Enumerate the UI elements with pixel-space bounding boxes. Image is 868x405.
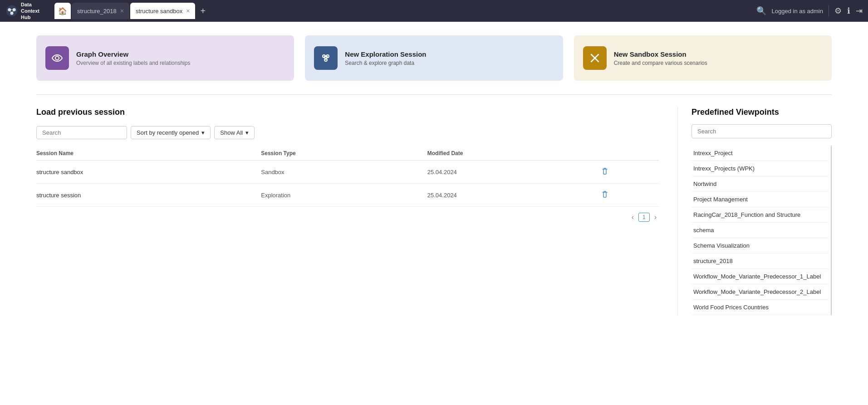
app-logo: DataContextHub: [5, 1, 51, 21]
prev-page-button[interactable]: ‹: [629, 212, 637, 222]
session-type-cell: Exploration: [261, 184, 427, 207]
session-date-cell: 25.04.2024: [427, 184, 598, 207]
viewpoint-item[interactable]: RacingCar_2018_Function and Structure: [691, 207, 829, 223]
viewpoint-item[interactable]: Intrexx_Projects (WPK): [691, 161, 829, 176]
graph-overview-text: Graph Overview Overview of all existing …: [76, 50, 190, 66]
sandbox-text: New Sandbox Session Create and compare v…: [614, 50, 707, 66]
session-actions-cell: [598, 184, 659, 207]
svg-point-7: [55, 56, 59, 60]
exploration-text: New Exploration Session Search & explore…: [345, 50, 426, 66]
sandbox-title: New Sandbox Session: [614, 50, 707, 58]
table-row[interactable]: structure sandbox Sandbox 25.04.2024: [36, 161, 659, 184]
session-controls: Sort by recently opened ▾ Show All ▾: [36, 126, 659, 139]
exploration-icon: [314, 46, 338, 70]
session-date-cell: 25.04.2024: [427, 161, 598, 184]
sessions-section-title: Load previous session: [36, 107, 659, 117]
tab-close-structure-sandbox[interactable]: ×: [186, 8, 190, 14]
col-session-type: Session Type: [261, 146, 427, 161]
graph-overview-title: Graph Overview: [76, 50, 190, 58]
show-all-label: Show All: [220, 129, 243, 136]
topbar-right: 🔍 Logged in as admin ⚙ ℹ ⇥: [756, 5, 863, 16]
topbar-divider: [829, 5, 829, 16]
session-name-cell: structure sandbox: [36, 161, 261, 184]
topbar: DataContextHub 🏠 structure_2018 × struct…: [0, 0, 868, 22]
card-graph-overview[interactable]: Graph Overview Overview of all existing …: [36, 35, 294, 81]
graph-overview-desc: Overview of all existing labels and rela…: [76, 60, 190, 66]
table-row[interactable]: structure session Exploration 25.04.2024: [36, 184, 659, 207]
home-icon: 🏠: [58, 7, 67, 15]
viewpoints-list: Intrexx_ProjectIntrexx_Projects (WPK)Nor…: [691, 146, 832, 315]
sandbox-icon: [583, 46, 607, 70]
exploration-title: New Exploration Session: [345, 50, 426, 58]
add-tab-button[interactable]: +: [196, 4, 210, 18]
card-sandbox[interactable]: New Sandbox Session Create and compare v…: [574, 35, 832, 81]
show-all-button[interactable]: Show All ▾: [214, 126, 255, 139]
info-icon[interactable]: ℹ: [847, 6, 850, 16]
pagination: ‹ 1 ›: [36, 212, 659, 222]
session-name-cell: structure session: [36, 184, 261, 207]
next-page-button[interactable]: ›: [652, 212, 659, 222]
session-type-cell: Sandbox: [261, 161, 427, 184]
viewpoint-item[interactable]: structure_2018: [691, 254, 829, 269]
show-all-chevron-icon: ▾: [245, 129, 249, 136]
session-actions-cell: [598, 161, 659, 184]
current-page[interactable]: 1: [638, 213, 650, 222]
session-search-input[interactable]: [36, 126, 127, 139]
tabs-area: 🏠 structure_2018 × structure sandbox × +: [54, 3, 753, 19]
viewpoint-item[interactable]: schema: [691, 223, 829, 238]
graph-overview-icon: [45, 46, 69, 70]
viewpoint-item[interactable]: Nortwind: [691, 176, 829, 192]
sort-chevron-icon: ▾: [201, 129, 205, 136]
viewpoint-item[interactable]: Project Management: [691, 192, 829, 207]
right-col: Predefined Viewpoints Intrexx_ProjectInt…: [677, 107, 832, 315]
session-table: Session Name Session Type Modified Date …: [36, 146, 659, 207]
main-content: Graph Overview Overview of all existing …: [0, 22, 868, 405]
logout-icon[interactable]: ⇥: [856, 6, 863, 16]
table-header-row: Session Name Session Type Modified Date: [36, 146, 659, 161]
tab-close-structure-2018[interactable]: ×: [120, 8, 124, 14]
viewpoints-section-title: Predefined Viewpoints: [691, 107, 832, 117]
viewpoint-item[interactable]: Intrexx_Project: [691, 146, 829, 161]
two-col-layout: Load previous session Sort by recently o…: [36, 107, 832, 315]
viewpoint-item[interactable]: World Food Prices Countries: [691, 300, 829, 315]
viewpoints-search-input[interactable]: [691, 124, 832, 138]
tab-label-structure-sandbox: structure sandbox: [136, 8, 182, 15]
sort-button[interactable]: Sort by recently opened ▾: [131, 126, 211, 139]
left-col: Load previous session Sort by recently o…: [36, 107, 659, 315]
col-modified-date: Modified Date: [427, 146, 598, 161]
exploration-desc: Search & explore graph data: [345, 60, 426, 66]
logged-in-text: Logged in as admin: [772, 8, 823, 15]
sort-label: Sort by recently opened: [137, 129, 199, 136]
sandbox-desc: Create and compare various scenarios: [614, 60, 707, 66]
tab-structure-2018[interactable]: structure_2018 ×: [72, 3, 129, 19]
search-icon[interactable]: 🔍: [756, 6, 766, 16]
section-divider: [36, 94, 832, 95]
delete-session-button[interactable]: [598, 166, 611, 178]
logo-icon: [5, 5, 18, 17]
viewpoint-item[interactable]: Workflow_Mode_Variante_Predecessor_2_Lab…: [691, 284, 829, 300]
col-session-name: Session Name: [36, 146, 261, 161]
tab-structure-sandbox[interactable]: structure sandbox ×: [130, 3, 196, 19]
tab-home[interactable]: 🏠: [54, 3, 71, 19]
tab-label-structure-2018: structure_2018: [77, 8, 117, 15]
col-actions: [598, 146, 659, 161]
viewpoint-item[interactable]: Workflow_Mode_Variante_Predecessor_1_Lab…: [691, 269, 829, 284]
app-name: DataContextHub: [21, 1, 39, 21]
delete-session-button[interactable]: [598, 189, 611, 201]
settings-icon[interactable]: ⚙: [834, 6, 842, 16]
cards-row: Graph Overview Overview of all existing …: [36, 35, 832, 81]
card-exploration[interactable]: New Exploration Session Search & explore…: [305, 35, 563, 81]
viewpoint-item[interactable]: Schema Visualization: [691, 238, 829, 254]
